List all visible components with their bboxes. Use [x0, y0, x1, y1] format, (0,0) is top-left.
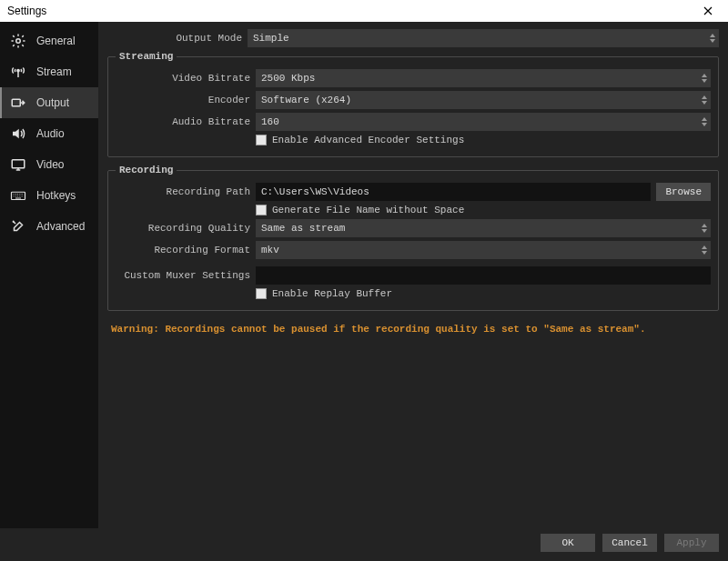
close-button[interactable] [690, 0, 726, 22]
muxer-input[interactable] [256, 266, 711, 285]
sidebar-item-label: General [36, 35, 76, 47]
sidebar-item-label: Video [36, 158, 64, 171]
recording-legend: Recording [116, 165, 177, 175]
keyboard-icon [9, 186, 27, 205]
tools-icon [9, 217, 27, 235]
generate-filename-checkbox[interactable]: Generate File Name without Space [256, 205, 711, 215]
svg-rect-3 [12, 160, 25, 168]
video-bitrate-label: Video Bitrate [116, 73, 250, 84]
browse-button[interactable]: Browse [656, 183, 711, 201]
muxer-label: Custom Muxer Settings [116, 270, 250, 281]
checkbox-icon [256, 135, 267, 145]
close-icon [703, 4, 713, 18]
output-mode-select[interactable]: Simple [248, 29, 719, 47]
chevron-updown-icon [702, 117, 707, 126]
sidebar-item-label: Hotkeys [36, 189, 76, 202]
audio-bitrate-select[interactable]: 160 [256, 113, 711, 131]
chevron-updown-icon [702, 95, 707, 105]
svg-point-0 [16, 39, 21, 44]
sidebar-item-label: Stream [36, 65, 72, 78]
enable-replay-buffer-checkbox[interactable]: Enable Replay Buffer [256, 288, 711, 299]
antenna-icon [9, 63, 27, 81]
recording-group: Recording Recording Path Browse Generate… [107, 165, 719, 311]
titlebar: Settings [0, 0, 728, 22]
recording-path-label: Recording Path [116, 186, 250, 197]
content-panel: Output Mode Simple Streaming Video Bitra… [98, 22, 728, 528]
recording-format-select[interactable]: mkv [256, 241, 711, 259]
sidebar: General Stream Output Audio Video [0, 22, 98, 528]
chevron-updown-icon [702, 245, 707, 255]
output-icon [9, 94, 27, 112]
output-mode-label: Output Mode [107, 33, 242, 44]
sidebar-item-output[interactable]: Output [0, 87, 98, 118]
gear-icon [9, 32, 27, 50]
encoder-label: Encoder [116, 95, 250, 105]
sidebar-item-label: Output [36, 96, 69, 109]
recording-path-input[interactable] [256, 183, 651, 201]
cancel-button[interactable]: Cancel [602, 534, 657, 552]
sidebar-item-advanced[interactable]: Advanced [0, 211, 98, 242]
svg-rect-2 [12, 99, 20, 106]
sidebar-item-label: Advanced [36, 220, 85, 233]
dialog-footer: OK Cancel Apply [0, 528, 728, 561]
encoder-select[interactable]: Software (x264) [256, 91, 711, 109]
main-area: General Stream Output Audio Video [0, 22, 728, 528]
sidebar-item-label: Audio [36, 127, 65, 140]
monitor-icon [9, 155, 27, 174]
recording-quality-select[interactable]: Same as stream [256, 219, 711, 237]
checkbox-icon [256, 288, 267, 299]
apply-button[interactable]: Apply [664, 534, 719, 552]
window-title: Settings [7, 5, 46, 17]
recording-format-label: Recording Format [116, 245, 250, 255]
sidebar-item-general[interactable]: General [0, 25, 98, 56]
recording-quality-label: Recording Quality [116, 223, 250, 234]
sidebar-item-stream[interactable]: Stream [0, 56, 98, 87]
streaming-group: Streaming Video Bitrate 2500 Kbps Encode… [107, 51, 719, 157]
audio-bitrate-label: Audio Bitrate [116, 116, 250, 127]
sidebar-item-video[interactable]: Video [0, 149, 98, 180]
sidebar-item-hotkeys[interactable]: Hotkeys [0, 180, 98, 211]
sidebar-item-audio[interactable]: Audio [0, 118, 98, 149]
chevron-updown-icon [710, 34, 715, 43]
streaming-legend: Streaming [116, 51, 177, 62]
video-bitrate-spinner[interactable]: 2500 Kbps [256, 69, 711, 87]
chevron-updown-icon [702, 74, 707, 83]
ok-button[interactable]: OK [541, 534, 595, 552]
chevron-updown-icon [702, 224, 707, 233]
speaker-icon [9, 125, 27, 143]
warning-text: Warning: Recordings cannot be paused if … [107, 318, 719, 340]
enable-advanced-encoder-checkbox[interactable]: Enable Advanced Encoder Settings [256, 135, 711, 145]
checkbox-icon [256, 205, 267, 215]
